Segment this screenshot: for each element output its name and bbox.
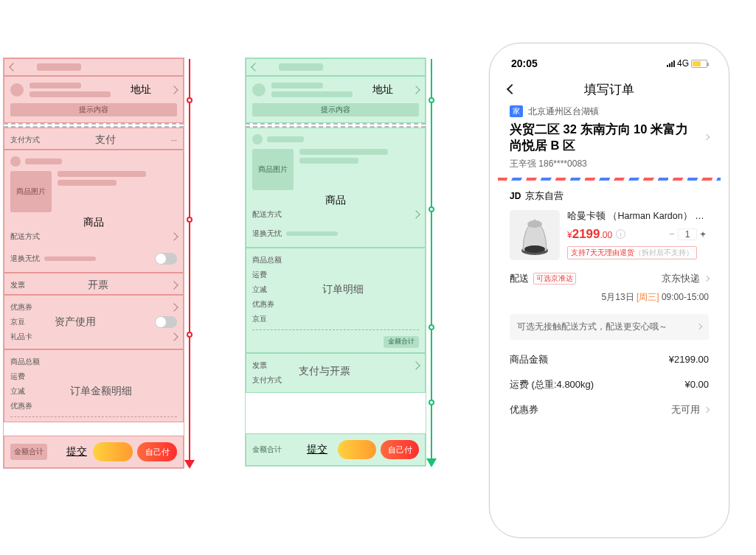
speaker-icon — [516, 214, 554, 256]
payment-method-label: 支付方式 — [10, 135, 40, 145]
shipping-row[interactable]: 配送 可选京准达 京东快递 — [498, 266, 721, 291]
wireframe-before: 地址 提示内容 支付方式 支付 ··· 商品图片 — [3, 57, 184, 469]
invoice-label: 发票 — [252, 360, 267, 371]
freight-label: 运费 — [10, 371, 25, 382]
shipping-label: 配送 — [510, 272, 529, 285]
return-free-label: 退换无忧 — [10, 254, 40, 264]
freight-label: 运费 — [252, 270, 267, 280]
help-pay-button[interactable] — [93, 442, 133, 461]
section-title: 商品 — [325, 194, 346, 206]
section-title: 地址 — [131, 83, 151, 97]
chevron-right-icon — [170, 232, 178, 240]
help-pay-button[interactable] — [338, 440, 376, 459]
quantity-stepper[interactable]: − 1 + — [666, 228, 709, 240]
coupon-label: 优惠券 — [10, 302, 32, 313]
chevron-right-icon — [412, 361, 420, 369]
back-icon — [251, 63, 259, 71]
jdbean-label: 京豆 — [252, 314, 267, 324]
summary-coupon-label: 优惠券 — [510, 403, 538, 416]
product-price: ¥2199.00 — [567, 227, 612, 242]
ship-weekday: [周三] — [637, 292, 659, 302]
summary-goods-value: ¥2199.00 — [669, 354, 709, 365]
notice-text: 可选无接触配送方式，配送更安心哦～ — [517, 321, 667, 333]
chevron-right-icon — [170, 281, 178, 289]
nav-bar: 填写订单 — [498, 76, 721, 102]
product-image-placeholder: 商品图片 — [258, 164, 288, 175]
signal-icon — [667, 60, 675, 67]
section-title: 资产使用 — [55, 315, 96, 329]
svg-point-1 — [527, 220, 542, 228]
self-pay-button[interactable]: 自己付 — [381, 440, 419, 459]
address-block[interactable]: 家 北京通州区台湖镇 兴贸二区 32 东南方向 10 米富力尚悦居 B 区 王辛… — [498, 102, 721, 178]
phone-mockup: 20:05 4G 填写订单 家 北京通州区台湖镇 兴贸二区 32 东南方向 10… — [489, 43, 729, 538]
goods-total-label: 商品总额 — [10, 357, 40, 367]
chevron-right-icon — [704, 134, 710, 140]
ship-date: 5月13日 — [602, 292, 634, 302]
summary-goods-label: 商品金额 — [510, 353, 548, 366]
status-bar: 20:05 4G — [498, 51, 721, 76]
product-image — [510, 210, 560, 260]
back-icon — [9, 63, 17, 71]
self-pay-label: 自己付 — [388, 444, 412, 455]
section-title: 订单明细 — [322, 283, 364, 296]
chevron-right-icon — [704, 275, 710, 281]
total-label: 金额合计 — [14, 447, 44, 457]
summary-coupon-row[interactable]: 优惠券 无可用 — [498, 397, 721, 422]
summary-freight-label: 运费 (总重:4.800kg) — [510, 378, 594, 391]
shipping-fast-badge: 可选京准达 — [533, 273, 576, 285]
section-title: 提交 — [66, 445, 87, 458]
summary-freight-row: 运费 (总重:4.800kg) ¥0.00 — [498, 372, 721, 397]
address-tag: 家 — [510, 105, 523, 117]
toggle[interactable] — [155, 316, 177, 328]
summary-coupon-value: 无可用 — [671, 403, 700, 416]
section-title: 支付 — [95, 133, 116, 147]
flow-arrow-after — [429, 59, 434, 466]
section-title: 开票 — [88, 279, 108, 292]
goods-total-label: 商品总额 — [252, 255, 282, 265]
section-title: 支付与开票 — [299, 365, 350, 378]
product-image-placeholder: 商品图片 — [16, 186, 46, 197]
clock: 20:05 — [511, 57, 538, 69]
subtotal-label: 金额合计 — [388, 337, 415, 346]
section-title: 地址 — [372, 83, 393, 97]
discount-label: 立减 — [10, 386, 25, 397]
wireframe-after: 地址 提示内容 商品图片 商品 配送方式 退换无忧 商品总额 — [245, 57, 426, 467]
return-free-label: 退换无忧 — [252, 228, 282, 239]
total-label: 金额合计 — [252, 444, 282, 455]
address-area: 北京通州区台湖镇 — [528, 106, 599, 116]
discount-label: 立减 — [252, 285, 267, 295]
address-contact: 王辛强 186****0083 — [510, 158, 709, 170]
toggle[interactable] — [155, 253, 177, 265]
self-pay-label: 自己付 — [145, 447, 170, 458]
payment-method-label: 支付方式 — [252, 375, 282, 385]
product-row[interactable]: 哈曼卡顿 （Harman Kardon） Aura St... ¥2199.00… — [498, 207, 721, 266]
summary-freight-value: ¥0.00 — [684, 379, 709, 390]
section-title: 商品 — [83, 216, 104, 228]
product-name: 哈曼卡顿 （Harman Kardon） Aura St... — [567, 210, 709, 223]
shipping-carrier: 京东快递 — [662, 272, 700, 285]
info-icon[interactable]: i — [616, 229, 625, 239]
address-detail: 兴贸二区 32 东南方向 10 米富力尚悦居 B 区 — [510, 122, 688, 152]
address-hint: 提示内容 — [321, 105, 350, 115]
summary-goods-row: 商品金额 ¥2199.00 — [498, 347, 721, 372]
chevron-right-icon — [170, 332, 178, 341]
ship-time: 09:00-15:00 — [662, 292, 709, 302]
invoice-label: 发票 — [10, 280, 25, 290]
chevron-right-icon — [696, 324, 702, 329]
chevron-right-icon — [704, 406, 710, 412]
qty-plus[interactable]: + — [697, 228, 709, 240]
self-pay-button[interactable]: 自己付 — [137, 442, 177, 461]
delivery-method-label: 配送方式 — [252, 209, 282, 220]
contactless-notice[interactable]: 可选无接触配送方式，配送更安心哦～ — [510, 314, 709, 340]
address-hint: 提示内容 — [79, 105, 108, 115]
section-title: 订单金额明细 — [70, 385, 132, 398]
flow-arrow-before — [187, 59, 193, 467]
delivery-method-label: 配送方式 — [10, 231, 40, 242]
qty-minus[interactable]: − — [666, 228, 678, 240]
jdbean-label: 京豆 — [10, 317, 25, 327]
chevron-right-icon — [412, 210, 420, 218]
giftcard-label: 礼品卡 — [10, 332, 32, 342]
shipping-time-row: 5月13日 [周三] 09:00-15:00 — [498, 291, 721, 310]
store-row: JD 京东自营 — [498, 181, 721, 207]
chevron-right-icon — [170, 85, 178, 94]
